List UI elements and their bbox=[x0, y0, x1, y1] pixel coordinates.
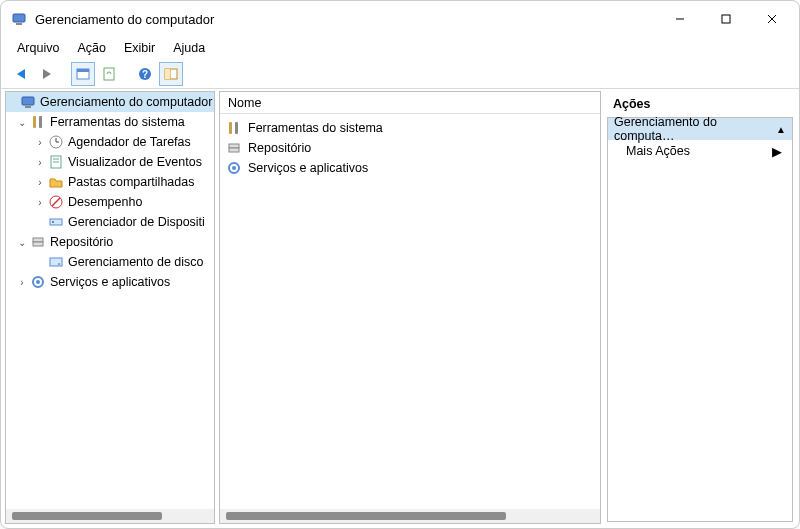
app-window: Gerenciamento do computador Arquivo Ação… bbox=[0, 0, 800, 529]
refresh-icon bbox=[101, 66, 117, 82]
actions-pane: Ações Gerenciamento do computa… ▲ Mais A… bbox=[605, 91, 795, 524]
toolbar-show-hide-tree-button[interactable] bbox=[71, 62, 95, 86]
app-icon bbox=[11, 11, 27, 27]
device-icon bbox=[48, 214, 64, 230]
tree-label: Gerenciamento do computador bbox=[40, 95, 214, 109]
menu-acao[interactable]: Ação bbox=[69, 39, 114, 57]
menu-bar: Arquivo Ação Exibir Ajuda bbox=[1, 37, 799, 59]
tree-label: Pastas compartilhadas bbox=[68, 175, 214, 189]
storage-icon bbox=[226, 140, 242, 156]
tree-label: Agendador de Tarefas bbox=[68, 135, 214, 149]
menu-exibir[interactable]: Exibir bbox=[116, 39, 163, 57]
tools-icon bbox=[226, 120, 242, 136]
title-bar: Gerenciamento do computador bbox=[1, 1, 799, 37]
expander-icon[interactable]: ⌄ bbox=[16, 117, 28, 128]
actions-title: Ações bbox=[607, 93, 793, 117]
tool-bar bbox=[1, 59, 799, 89]
console-tree-pane: Gerenciamento do computador ⌄ Ferramenta… bbox=[5, 91, 215, 524]
list-item[interactable]: Repositório bbox=[224, 138, 596, 158]
expander-icon[interactable]: › bbox=[34, 177, 46, 188]
tree-node-ferramentas[interactable]: ⌄ Ferramentas do sistema bbox=[6, 112, 214, 132]
maximize-icon bbox=[721, 14, 731, 24]
computer-icon bbox=[20, 94, 36, 110]
toolbar-forward-button[interactable] bbox=[35, 62, 59, 86]
close-button[interactable] bbox=[749, 4, 795, 34]
maximize-button[interactable] bbox=[703, 4, 749, 34]
actions-box: Gerenciamento do computa… ▲ Mais Ações ▶ bbox=[607, 117, 793, 522]
event-icon bbox=[48, 154, 64, 170]
results-list[interactable]: Ferramentas do sistema Repositório Servi… bbox=[220, 114, 600, 509]
help-icon bbox=[137, 66, 153, 82]
svg-rect-29 bbox=[722, 15, 730, 23]
disk-icon bbox=[48, 254, 64, 270]
toolbar-back-button[interactable] bbox=[9, 62, 33, 86]
list-item[interactable]: Serviços e aplicativos bbox=[224, 158, 596, 178]
storage-icon bbox=[30, 234, 46, 250]
toolbar-help-button[interactable] bbox=[133, 62, 157, 86]
minimize-icon bbox=[675, 14, 685, 24]
window-title: Gerenciamento do computador bbox=[35, 12, 214, 27]
actions-more[interactable]: Mais Ações ▶ bbox=[608, 140, 792, 162]
tree-node-visualizador[interactable]: › Visualizador de Eventos bbox=[6, 152, 214, 172]
tree-label: Ferramentas do sistema bbox=[50, 115, 214, 129]
tree-label: Repositório bbox=[50, 235, 214, 249]
tree-label: Gerenciamento de disco bbox=[68, 255, 214, 269]
actions-more-label: Mais Ações bbox=[626, 144, 690, 158]
tree-node-servicos[interactable]: › Serviços e aplicativos bbox=[6, 272, 214, 292]
expander-icon[interactable]: ⌄ bbox=[16, 237, 28, 248]
tree-label: Serviços e aplicativos bbox=[50, 275, 214, 289]
actions-context-label: Gerenciamento do computa… bbox=[614, 115, 776, 143]
menu-ajuda[interactable]: Ajuda bbox=[165, 39, 213, 57]
toolbar-refresh-button[interactable] bbox=[97, 62, 121, 86]
actions-context-header[interactable]: Gerenciamento do computa… ▲ bbox=[608, 118, 792, 140]
tree-label: Desempenho bbox=[68, 195, 214, 209]
center-hscrollbar[interactable] bbox=[220, 509, 600, 523]
panes-icon bbox=[163, 66, 179, 82]
tree-label: Visualizador de Eventos bbox=[68, 155, 214, 169]
list-item-label: Repositório bbox=[248, 141, 311, 155]
expander-icon[interactable]: › bbox=[34, 197, 46, 208]
list-item-label: Ferramentas do sistema bbox=[248, 121, 383, 135]
close-icon bbox=[767, 14, 777, 24]
tree-label: Gerenciador de Dispositi bbox=[68, 215, 214, 229]
services-icon bbox=[30, 274, 46, 290]
tree-node-desempenho[interactable]: › Desempenho bbox=[6, 192, 214, 212]
back-icon bbox=[13, 66, 29, 82]
folder-icon bbox=[48, 174, 64, 190]
list-item-label: Serviços e aplicativos bbox=[248, 161, 368, 175]
tree-node-pastas[interactable]: › Pastas compartilhadas bbox=[6, 172, 214, 192]
forward-icon bbox=[39, 66, 55, 82]
results-column-header[interactable]: Nome bbox=[220, 92, 600, 114]
left-hscrollbar[interactable] bbox=[6, 509, 214, 523]
clock-icon bbox=[48, 134, 64, 150]
tree-node-gerenciamento-disco[interactable]: Gerenciamento de disco bbox=[6, 252, 214, 272]
tree-node-repositorio[interactable]: ⌄ Repositório bbox=[6, 232, 214, 252]
results-pane: Nome Ferramentas do sistema Repositório … bbox=[219, 91, 601, 524]
chevron-right-icon: ▶ bbox=[772, 144, 782, 159]
minimize-button[interactable] bbox=[657, 4, 703, 34]
menu-arquivo[interactable]: Arquivo bbox=[9, 39, 67, 57]
list-item[interactable]: Ferramentas do sistema bbox=[224, 118, 596, 138]
toolbar-show-actions-button[interactable] bbox=[159, 62, 183, 86]
tree-toggle-icon bbox=[75, 66, 91, 82]
services-icon bbox=[226, 160, 242, 176]
expander-icon[interactable]: › bbox=[16, 277, 28, 288]
tree-node-agendador[interactable]: › Agendador de Tarefas bbox=[6, 132, 214, 152]
tools-icon bbox=[30, 114, 46, 130]
expander-icon[interactable]: › bbox=[34, 157, 46, 168]
client-area: Gerenciamento do computador ⌄ Ferramenta… bbox=[1, 89, 799, 528]
tree-node-root[interactable]: Gerenciamento do computador bbox=[6, 92, 214, 112]
expander-icon[interactable]: › bbox=[34, 137, 46, 148]
performance-icon bbox=[48, 194, 64, 210]
tree-node-gerenciador-dispositivos[interactable]: Gerenciador de Dispositi bbox=[6, 212, 214, 232]
collapse-icon: ▲ bbox=[776, 124, 786, 135]
console-tree[interactable]: Gerenciamento do computador ⌄ Ferramenta… bbox=[6, 92, 214, 509]
